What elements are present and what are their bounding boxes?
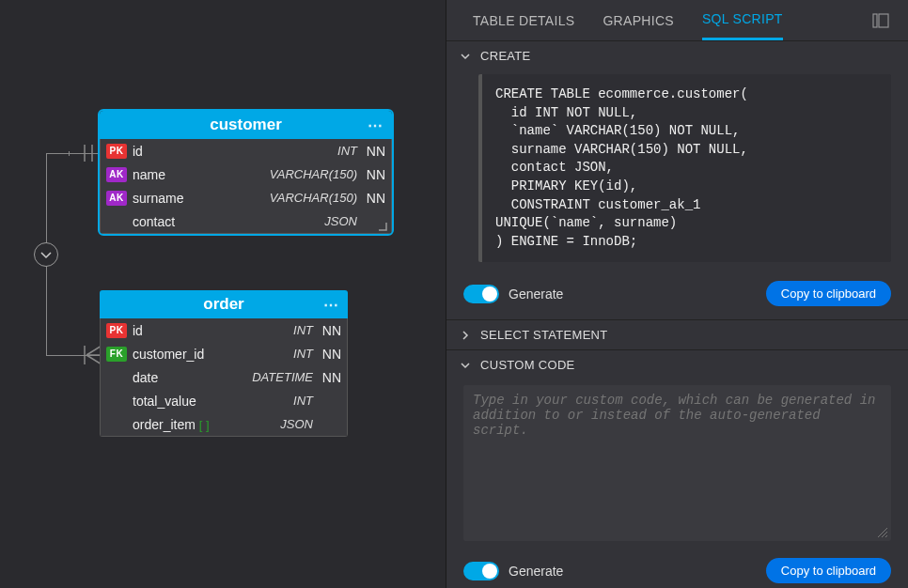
column-name: customer_id — [133, 347, 223, 362]
svg-rect-6 — [873, 14, 877, 27]
section-title: CREATE — [480, 49, 531, 63]
copy-to-clipboard-button[interactable]: Copy to clipboard — [766, 281, 891, 306]
tab-graphics[interactable]: GRAPHICS — [603, 2, 674, 39]
column-name: name — [133, 167, 245, 182]
ak-badge: AK — [106, 167, 127, 182]
relationship-toggle[interactable] — [34, 242, 58, 267]
sql-code-block[interactable]: CREATE TABLE ecommerce.customer( id INT … — [478, 74, 891, 262]
column-row[interactable]: PK id INT NN — [101, 139, 391, 162]
entity-header[interactable]: customer ⋯ — [100, 111, 392, 139]
entity-title: customer — [210, 116, 282, 133]
generate-toggle[interactable] — [463, 562, 499, 580]
entity-order[interactable]: order ⋯ PK id INT NN FK customer_id INT … — [100, 290, 348, 437]
side-panel: TABLE DETAILS GRAPHICS SQL SCRIPT CREATE… — [446, 0, 908, 588]
entity-header[interactable]: order ⋯ — [100, 290, 348, 318]
column-nn: NN — [313, 347, 341, 362]
badge-empty — [106, 417, 127, 432]
toggle-label: Generate — [509, 564, 766, 579]
column-name: id — [133, 323, 223, 338]
section-create: CREATE CREATE TABLE ecommerce.customer( … — [446, 41, 908, 320]
column-row[interactable]: AK surname VARCHAR(150) NN — [101, 186, 391, 209]
column-nn: NN — [357, 167, 385, 182]
chevron-down-icon — [460, 360, 471, 371]
fk-badge: FK — [106, 347, 127, 362]
pk-badge: PK — [106, 323, 127, 338]
column-type: INT — [245, 144, 358, 158]
relationship-line — [46, 355, 101, 356]
section-title: SELECT STATEMENT — [480, 328, 608, 342]
svg-rect-7 — [879, 14, 888, 27]
badge-empty — [106, 214, 127, 229]
section-custom-code: CUSTOM CODE Generate Copy to clipboard — [446, 350, 908, 588]
column-type: INT — [223, 394, 313, 408]
ak-badge: AK — [106, 191, 127, 206]
column-type: VARCHAR(150) — [245, 191, 358, 205]
column-row[interactable]: contact JSON — [101, 209, 391, 233]
brackets: [ ] — [199, 418, 210, 432]
resize-handle-icon — [378, 222, 387, 231]
toggle-label: Generate — [509, 286, 766, 302]
column-row[interactable]: order_item [ ] JSON — [101, 412, 347, 436]
entity-title: order — [203, 295, 243, 313]
entity-customer[interactable]: customer ⋯ PK id INT NN AK name VARCHAR(… — [100, 111, 392, 234]
pk-badge: PK — [106, 144, 127, 159]
badge-empty — [106, 394, 127, 409]
column-type: VARCHAR(150) — [245, 167, 358, 181]
entity-menu-icon[interactable]: ⋯ — [323, 296, 338, 314]
column-type: DATETIME — [223, 370, 313, 384]
column-type: INT — [223, 323, 313, 337]
chevron-down-icon — [460, 51, 471, 62]
section-header-select[interactable]: SELECT STATEMENT — [446, 320, 908, 349]
column-nn: NN — [357, 144, 385, 159]
column-type: INT — [223, 347, 313, 361]
copy-to-clipboard-button[interactable]: Copy to clipboard — [766, 558, 891, 583]
column-nn: NN — [357, 191, 385, 206]
chevron-down-icon — [39, 248, 53, 261]
section-select: SELECT STATEMENT — [446, 320, 908, 350]
panel-layout-icon[interactable] — [872, 12, 889, 29]
custom-code-textarea[interactable] — [463, 385, 891, 541]
section-footer: Generate Copy to clipboard — [446, 550, 908, 588]
column-row[interactable]: date DATETIME NN — [101, 365, 347, 389]
relationship-endpoint — [69, 151, 70, 156]
column-row[interactable]: AK name VARCHAR(150) NN — [101, 162, 391, 186]
column-row[interactable]: PK id INT NN — [101, 318, 347, 342]
section-footer: Generate Copy to clipboard — [446, 273, 908, 319]
entity-menu-icon[interactable]: ⋯ — [368, 116, 383, 134]
badge-empty — [106, 370, 127, 385]
section-title: CUSTOM CODE — [480, 358, 575, 372]
panel-tabs: TABLE DETAILS GRAPHICS SQL SCRIPT — [446, 0, 908, 41]
erd-canvas[interactable]: customer ⋯ PK id INT NN AK name VARCHAR(… — [0, 0, 446, 588]
column-name: surname — [133, 191, 245, 206]
column-type: JSON — [245, 214, 358, 228]
tab-sql-script[interactable]: SQL SCRIPT — [702, 0, 783, 40]
column-name: contact — [133, 214, 245, 229]
column-row[interactable]: FK customer_id INT NN — [101, 342, 347, 365]
chevron-right-icon — [460, 330, 471, 341]
column-name: date — [133, 370, 223, 385]
section-header-create[interactable]: CREATE — [446, 41, 908, 70]
generate-toggle[interactable] — [463, 285, 499, 303]
column-name: id — [133, 144, 245, 159]
tab-table-details[interactable]: TABLE DETAILS — [473, 2, 574, 39]
column-name: total_value — [133, 394, 223, 409]
column-nn: NN — [313, 370, 341, 385]
column-row[interactable]: total_value INT — [101, 389, 347, 412]
section-header-custom[interactable]: CUSTOM CODE — [446, 350, 908, 379]
column-name: order_item [ ] — [133, 417, 223, 432]
column-type: JSON — [223, 417, 313, 431]
column-nn: NN — [313, 323, 341, 338]
